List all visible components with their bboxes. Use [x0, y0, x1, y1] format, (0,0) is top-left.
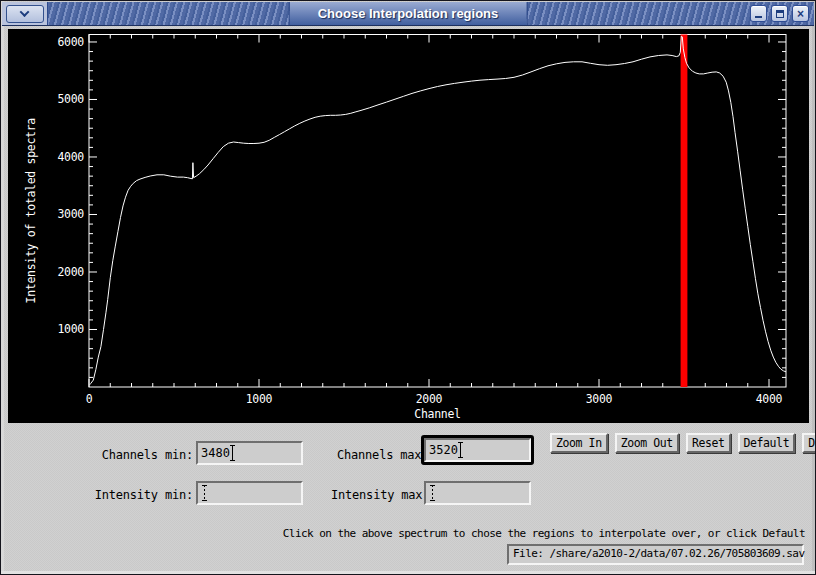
default-button[interactable]: Default	[738, 433, 796, 453]
button-row: Zoom In Zoom Out Reset Default Done	[550, 433, 816, 453]
reset-button[interactable]: Reset	[686, 433, 731, 453]
close-button[interactable]: ×	[792, 5, 809, 22]
y-tick-label: 2000	[58, 265, 85, 279]
x-tick-label: 3000	[586, 392, 613, 406]
intensity-min-fieldwrap	[193, 478, 306, 508]
y-tick-label: 3000	[58, 207, 85, 221]
channels-max-label: Channels max:	[337, 448, 425, 462]
channels-min-label: Channels min:	[97, 448, 193, 462]
choose-interpolation-window: Choose Interpolation regions × 010002000…	[0, 0, 816, 575]
channels-min-fieldwrap: 3480	[193, 438, 306, 468]
y-tick-label: 1000	[58, 322, 85, 336]
close-icon: ×	[797, 8, 804, 20]
maximize-button[interactable]	[771, 5, 788, 22]
highlight-band[interactable]	[681, 35, 688, 388]
window-title: Choose Interpolation regions	[289, 2, 528, 25]
zoom-out-button[interactable]: Zoom Out	[615, 433, 679, 453]
text-cursor	[201, 485, 208, 501]
channels-min-input[interactable]: 3480	[196, 441, 303, 465]
done-button[interactable]: Done	[802, 433, 816, 453]
y-tick-label: 4000	[58, 150, 85, 164]
channels-max-value: 3520	[429, 441, 458, 459]
channels-min-value: 3480	[201, 444, 230, 462]
x-axis-title: Channel	[414, 407, 460, 421]
y-axis-title: Intensity of totaled spectra	[24, 118, 38, 303]
intensity-max-input[interactable]	[424, 481, 531, 505]
intensity-max-fieldwrap	[421, 478, 534, 508]
channels-max-fieldwrap: 3520	[421, 435, 534, 465]
x-tick-label: 2000	[416, 392, 443, 406]
text-cursor	[429, 485, 436, 501]
channels-max-input[interactable]: 3520	[424, 438, 531, 462]
window-menu-button[interactable]	[6, 5, 44, 23]
titlebar-left-segment	[2, 2, 48, 25]
text-cursor	[457, 442, 464, 458]
file-path-label: File: /share/a2010-2/data/07.02.26/70580…	[507, 544, 804, 565]
minimize-button[interactable]	[750, 5, 767, 22]
minimize-icon	[755, 16, 762, 18]
text-cursor	[229, 445, 236, 461]
x-tick-label: 1000	[246, 392, 273, 406]
chevron-down-icon	[20, 7, 30, 17]
x-tick-label: 4000	[756, 392, 783, 406]
y-tick-label: 5000	[58, 92, 85, 106]
y-tick-label: 6000	[58, 35, 85, 49]
intensity-min-input[interactable]	[196, 481, 303, 505]
spectrum-plot-svg[interactable]: 0100020003000400010002000300040005000600…	[8, 29, 809, 423]
intensity-max-label: Intensity max:	[331, 488, 425, 502]
maximize-icon	[776, 10, 784, 18]
zoom-in-button[interactable]: Zoom In	[550, 433, 608, 453]
instruction-text: Click on the above spectrum to chose the…	[283, 527, 805, 540]
intensity-min-label: Intensity min:	[91, 488, 193, 502]
x-tick-label: 0	[86, 392, 93, 406]
spectrum-plot[interactable]: 0100020003000400010002000300040005000600…	[8, 29, 809, 423]
titlebar[interactable]: Choose Interpolation regions ×	[2, 2, 814, 26]
